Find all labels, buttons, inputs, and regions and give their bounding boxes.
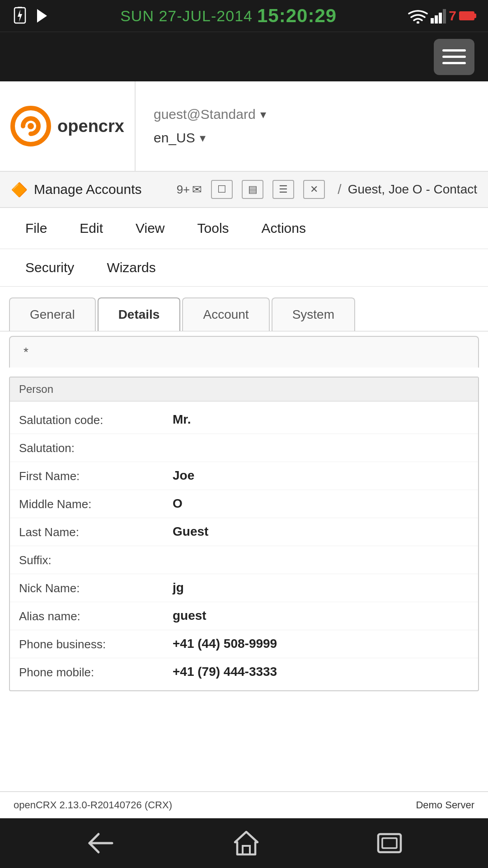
list-icon: ☰ (279, 184, 288, 195)
field-label-nick-name: Nick Name: (19, 580, 173, 595)
field-row-salutation-code: Salutation code: Mr. (10, 406, 478, 434)
logo-section: opencrx (0, 81, 136, 171)
field-row-alias-name: Alias name: guest (10, 602, 478, 630)
logo-wrapper: opencrx (10, 106, 124, 146)
badge-count: 9+ (177, 183, 190, 197)
field-row-suffix: Suffix: (10, 546, 478, 574)
list-icon-btn[interactable]: ☰ (272, 180, 294, 199)
svg-rect-4 (431, 18, 434, 24)
fields-grid: Salutation code: Mr. Salutation: First N… (10, 401, 478, 690)
content-area: Person Salutation code: Mr. Salutation: … (0, 368, 488, 791)
tab-general[interactable]: General (9, 297, 96, 331)
bottom-nav (0, 818, 488, 868)
wifi-icon (408, 8, 428, 24)
field-label-phone-business: Phone business: (19, 637, 173, 651)
menu-item-file[interactable]: File (9, 208, 63, 249)
svg-rect-7 (443, 9, 446, 24)
user-dropdown-label: guest@Standard (154, 107, 256, 122)
field-row-salutation: Salutation: (10, 434, 478, 462)
breadcrumb-actions: 9+ ✉ ☐ ▤ ☰ ✕ (177, 180, 325, 199)
nav-recents-button[interactable] (376, 832, 403, 854)
nav-home-button[interactable] (233, 830, 260, 857)
field-row-phone-business: Phone business: +41 (44) 508-9999 (10, 630, 478, 658)
svg-marker-2 (37, 9, 47, 23)
hamburger-line-2 (442, 56, 466, 58)
nav-back-button[interactable] (85, 832, 117, 854)
tab-system[interactable]: System (272, 297, 355, 331)
field-row-phone-mobile: Phone mobile: +41 (79) 444-3333 (10, 658, 478, 686)
breadcrumb-bar: 🔶 Manage Accounts 9+ ✉ ☐ ▤ ☰ ✕ / Guest, … (0, 172, 488, 208)
breadcrumb-title[interactable]: Manage Accounts (34, 182, 142, 197)
field-label-middle-name: Middle Name: (19, 496, 173, 511)
sub-menu-bar: Security Wizards (0, 249, 488, 287)
field-value-salutation-code: Mr. (173, 412, 191, 427)
user-dropdown[interactable]: guest@Standard ▾ (154, 107, 470, 122)
status-left-icons (14, 7, 49, 25)
section-header: Person (10, 377, 478, 401)
breadcrumb-sub: Guest, Joe O - Contact (348, 182, 477, 197)
status-bar: SUN 27-JUL-2014 15:20:29 7 (0, 0, 488, 32)
field-label-salutation-code: Salutation code: (19, 412, 173, 427)
field-value-alias-name: guest (173, 609, 206, 623)
svg-marker-11 (235, 832, 258, 854)
sub-menu-item-wizards[interactable]: Wizards (90, 249, 172, 286)
battery-number: 7 (449, 8, 456, 24)
status-right-icons: 7 (408, 8, 474, 24)
tab-star[interactable]: * (9, 336, 479, 368)
window-icon-btn[interactable]: ☐ (211, 180, 233, 199)
person-section: Person Salutation code: Mr. Salutation: … (9, 377, 479, 691)
battery-charging-icon (14, 7, 26, 25)
mail-badge[interactable]: 9+ ✉ (177, 183, 202, 197)
back-icon (85, 832, 117, 854)
field-row-nick-name: Nick Name: jg (10, 574, 478, 602)
home-icon (233, 830, 260, 857)
lang-dropdown-label: en_US (154, 130, 195, 146)
tabs-container: General Details Account System (0, 287, 488, 331)
user-dropdown-arrow: ▾ (260, 108, 266, 122)
field-label-phone-mobile: Phone mobile: (19, 665, 173, 679)
lang-dropdown-arrow: ▾ (200, 131, 206, 145)
layout-icon-btn[interactable]: ▤ (242, 180, 263, 199)
menu-item-edit[interactable]: Edit (63, 208, 119, 249)
play-icon (35, 8, 49, 24)
field-row-last-name: Last Name: Guest (10, 518, 478, 546)
signal-icon (431, 8, 446, 24)
field-value-last-name: Guest (173, 524, 208, 539)
field-label-first-name: First Name: (19, 468, 173, 483)
hamburger-line-3 (442, 62, 466, 64)
tab-account[interactable]: Account (182, 297, 269, 331)
breadcrumb-separator: / (338, 182, 341, 197)
field-label-suffix: Suffix: (19, 552, 173, 567)
hamburger-button[interactable] (434, 39, 474, 75)
field-value-phone-business: +41 (44) 508-9999 (173, 637, 277, 651)
lang-dropdown[interactable]: en_US ▾ (154, 130, 470, 146)
field-label-alias-name: Alias name: (19, 609, 173, 623)
close-icon: ✕ (310, 184, 318, 195)
svg-point-3 (417, 21, 419, 24)
footer-bar: openCRX 2.13.0-R20140726 (CRX) Demo Serv… (0, 791, 488, 818)
layout-icon: ▤ (248, 184, 258, 195)
tab-details[interactable]: Details (98, 297, 181, 331)
breadcrumb-icon: 🔶 (11, 182, 28, 198)
field-label-last-name: Last Name: (19, 524, 173, 539)
svg-rect-12 (243, 846, 250, 854)
menu-item-actions[interactable]: Actions (245, 208, 322, 249)
mail-icon: ✉ (192, 183, 202, 197)
hamburger-line-1 (442, 49, 466, 52)
status-date: SUN 27-JUL-2014 (120, 7, 253, 25)
field-value-nick-name: jg (173, 580, 184, 595)
recents-icon (376, 832, 403, 854)
menu-item-view[interactable]: View (119, 208, 181, 249)
status-center: SUN 27-JUL-2014 15:20:29 (120, 5, 337, 27)
close-icon-btn[interactable]: ✕ (303, 180, 325, 199)
window-icon: ☐ (217, 184, 226, 195)
footer-text-right: Demo Server (416, 799, 474, 811)
menu-bar: File Edit View Tools Actions (0, 208, 488, 249)
user-section: guest@Standard ▾ en_US ▾ (136, 81, 488, 171)
sub-menu-item-security[interactable]: Security (9, 249, 90, 286)
menu-item-tools[interactable]: Tools (181, 208, 245, 249)
top-bar (0, 32, 488, 81)
field-value-middle-name: O (173, 496, 183, 511)
field-row-middle-name: Middle Name: O (10, 490, 478, 518)
app-header: opencrx guest@Standard ▾ en_US ▾ (0, 81, 488, 172)
